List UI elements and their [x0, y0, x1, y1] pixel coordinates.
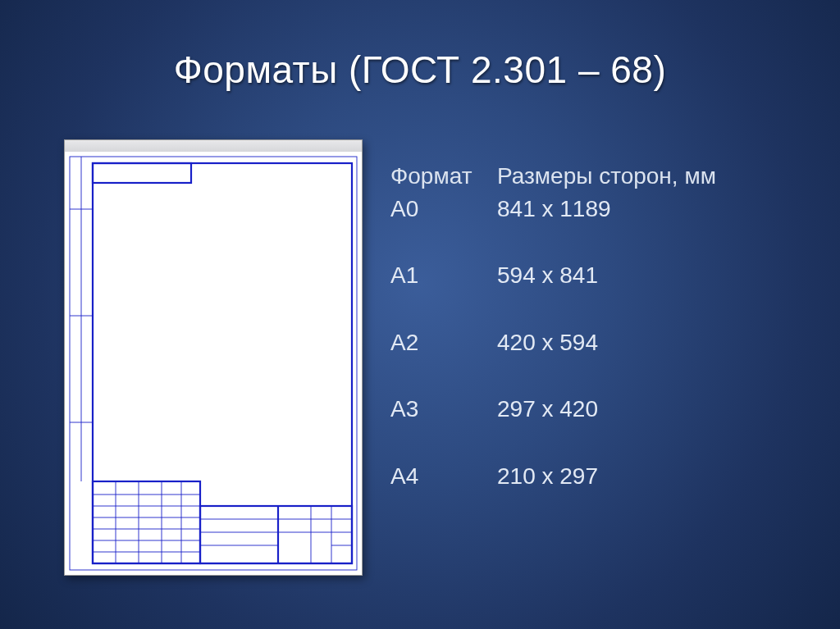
svg-rect-17	[93, 481, 200, 563]
table-header: Формат Размеры сторон, мм	[390, 162, 815, 190]
window-titlebar	[65, 140, 362, 153]
cell-format: А2	[390, 329, 497, 357]
cell-dimensions: 841 х 1189	[497, 195, 815, 223]
cell-dimensions: 594 х 841	[497, 262, 815, 289]
svg-rect-1	[93, 163, 352, 563]
cell-format: А1	[390, 262, 497, 289]
slide: Форматы (ГОСТ 2.301 – 68)	[0, 0, 840, 629]
table-row: А4 210 х 297	[390, 463, 815, 490]
format-table: Формат Размеры сторон, мм А0 841 х 1189 …	[390, 162, 815, 490]
svg-rect-0	[70, 157, 357, 570]
drawing-frame-preview	[64, 139, 363, 576]
cell-format: А0	[390, 195, 497, 223]
header-dimensions: Размеры сторон, мм	[497, 162, 815, 190]
cell-dimensions: 297 х 420	[497, 395, 815, 423]
gost-frame-icon	[65, 152, 362, 575]
cell-dimensions: 210 х 297	[497, 463, 815, 490]
cell-format: А4	[390, 463, 497, 490]
table-row: А0 841 х 1189	[390, 195, 815, 223]
svg-rect-7	[200, 506, 352, 563]
svg-rect-2	[93, 163, 191, 183]
cell-format: А3	[390, 395, 497, 423]
table-row: А1 594 х 841	[390, 262, 815, 289]
header-format: Формат	[390, 162, 497, 190]
slide-title: Форматы (ГОСТ 2.301 – 68)	[0, 48, 840, 92]
cell-dimensions: 420 х 594	[497, 329, 815, 357]
table-row: А3 297 х 420	[390, 395, 815, 423]
drawing-canvas	[65, 152, 362, 575]
table-row: А2 420 х 594	[390, 329, 815, 357]
